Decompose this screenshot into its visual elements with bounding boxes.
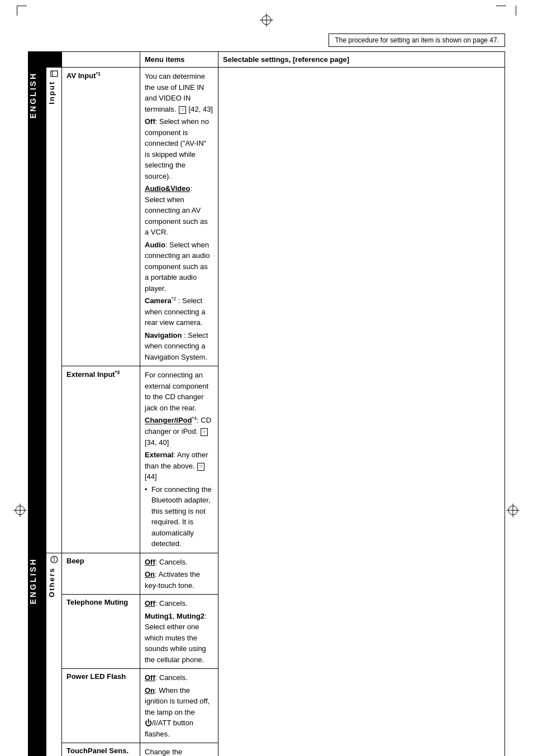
input-sidebar: Input: [46, 68, 62, 553]
changer-sup: *4: [192, 415, 197, 421]
registration-mark-left: [13, 504, 27, 517]
touchpanel-menu-item: TouchPanel Sens.: [62, 743, 140, 756]
beep-menu-item: Beep: [62, 553, 140, 595]
tp-line: Change the sensitivity of the touch pane…: [145, 747, 213, 756]
ref-icon: ☞: [197, 463, 204, 471]
telephone-muting-menu-item: Telephone Muting: [62, 595, 140, 669]
english-label: ENGLISH: [28, 68, 37, 123]
input-section-label: Input: [47, 81, 56, 104]
main-table: Menu items Selectable settings, [referen…: [28, 51, 505, 756]
tel-muting-line: Muting1, Muting2: Select either one whic…: [145, 611, 213, 666]
sidebar-header: [62, 52, 140, 68]
av-input-off-line: Off: Select when no component is connect…: [145, 116, 213, 181]
touchpanel-label: TouchPanel Sens.: [66, 747, 129, 755]
av-input-menu-item: AV Input*1: [62, 68, 140, 366]
power-led-menu-item: Power LED Flash: [62, 669, 140, 743]
av-input-sup: *1: [96, 71, 101, 76]
led-on-line: On: When the ignition is turned off, the…: [145, 685, 213, 740]
menu-items-header: Menu items: [140, 52, 218, 68]
av-input-audiovideo-line: Audio&Video: Select when connecting an A…: [145, 183, 213, 238]
others-sidebar: Others: [46, 553, 62, 756]
led-off-line: Off: Cancels.: [145, 672, 213, 683]
others-section-label: Others: [47, 567, 56, 597]
input-icon: [47, 70, 60, 79]
procedure-note-box: The procedure for setting an item is sho…: [329, 34, 505, 47]
others-icon: [47, 556, 60, 565]
tel-off-line: Off: Cancels.: [145, 598, 213, 609]
external-input-desc: For connecting an external component to …: [140, 366, 218, 553]
registration-mark-top: [260, 13, 273, 27]
table-row: ENGLISH Input AV Input*1 You can determi…: [28, 68, 505, 366]
corner-mark: [516, 6, 516, 16]
ext-bullet-line: For connecting the Bluetooth adapter, th…: [145, 484, 213, 549]
english-header: [28, 52, 62, 68]
external-input-sup: *3: [115, 370, 120, 375]
table-row: External Input*3 For connecting an exter…: [28, 366, 505, 553]
power-led-desc: Off: Cancels. On: When the ignition is t…: [140, 669, 218, 743]
av-input-camera-line: Camera*2 : Select when connecting a rear…: [145, 295, 213, 328]
av-input-audio-line: Audio: Select when connecting an audio c…: [145, 240, 213, 294]
touchpanel-desc: Change the sensitivity of the touch pane…: [140, 743, 218, 756]
ext-changer-line: Changer/iPod*4: CD changer or iPod. ☞ [3…: [145, 415, 213, 448]
external-input-label: External Input: [66, 371, 115, 379]
procedure-note: The procedure for setting an item is sho…: [28, 34, 505, 47]
camera-sup: *2: [172, 296, 177, 302]
av-input-label: AV Input: [66, 71, 96, 80]
table-row: ENGLISH Others Beep Off: Cancels.: [28, 553, 505, 595]
table-row: TouchPanel Sens. Change the sensitivity …: [28, 743, 505, 756]
table-row: Telephone Muting Off: Cancels. Muting1, …: [28, 595, 505, 669]
ext-external-line: External: Any other than the above. ☞ [4…: [145, 449, 213, 482]
beep-off-line: Off: Cancels.: [145, 557, 213, 568]
ext-line1: For connecting an external component to …: [145, 370, 213, 413]
beep-desc: Off: Cancels. On: Activates the key-touc…: [140, 553, 218, 595]
av-input-desc: You can determine the use of LINE IN and…: [140, 68, 218, 366]
corner-mark: [496, 6, 506, 6]
ref-icon: ☞: [201, 428, 208, 436]
corner-mark: [17, 6, 17, 16]
table-header-row: Menu items Selectable settings, [referen…: [28, 52, 505, 68]
svg-point-16: [54, 560, 55, 561]
av-input-navigation-line: Navigation : Select when connecting a Na…: [145, 330, 213, 363]
telephone-muting-desc: Off: Cancels. Muting1, Muting2: Select e…: [140, 595, 218, 669]
svg-rect-12: [51, 71, 58, 76]
english-sidebar: ENGLISH: [28, 68, 46, 553]
telephone-muting-label: Telephone Muting: [66, 598, 128, 606]
corner-mark: [17, 6, 27, 6]
table-row: Power LED Flash Off: Cancels. On: When t…: [28, 669, 505, 743]
settings-header: Selectable settings, [reference page]: [218, 52, 505, 68]
english-label-others: ENGLISH: [28, 553, 37, 609]
procedure-note-text: The procedure for setting an item is sho…: [335, 36, 499, 44]
beep-label: Beep: [66, 557, 84, 565]
av-input-line1: You can determine the use of LINE IN and…: [145, 71, 213, 114]
external-input-menu-item: External Input*3: [62, 366, 140, 553]
ref-icon: ☞: [179, 106, 186, 114]
power-led-label: Power LED Flash: [66, 672, 126, 681]
registration-mark-right: [506, 504, 520, 517]
beep-on-line: On: Activates the key-touch tone.: [145, 569, 213, 591]
english-sidebar-others: ENGLISH: [28, 553, 46, 756]
